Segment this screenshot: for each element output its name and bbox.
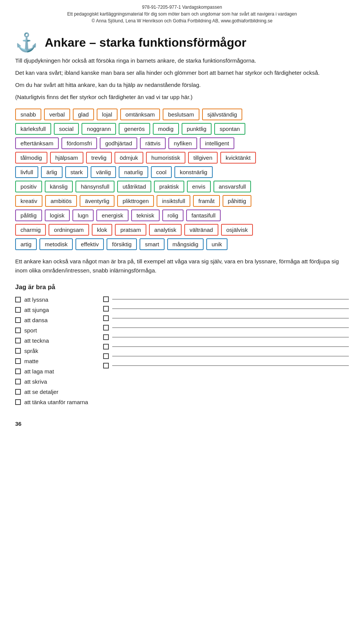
tag-item: intelligent: [200, 137, 234, 149]
top-header: 978-91-7205-977-1 Vardagskompassen Ett p…: [15, 0, 349, 27]
header-line1: 978-91-7205-977-1 Vardagskompassen: [15, 4, 349, 11]
tag-item: cool: [151, 166, 172, 178]
tag-item: kvicktänkt: [220, 152, 256, 164]
tag-item: hänsynsfull: [75, 181, 115, 192]
tags-row-2: eftertänksamfördomsfrigodhjärtadrättvisn…: [15, 137, 349, 149]
blank-line-item[interactable]: [103, 334, 349, 340]
blank-line-item[interactable]: [103, 353, 349, 359]
tag-item: fantasifull: [186, 209, 221, 221]
tag-item: försiktig: [107, 238, 137, 250]
checkbox-item[interactable]: att tänka utanför ramarna: [15, 399, 88, 405]
tag-item: utåtriktad: [117, 181, 151, 192]
checkbox[interactable]: [15, 297, 21, 302]
checkbox[interactable]: [15, 348, 21, 354]
checkbox[interactable]: [15, 317, 21, 323]
checkbox[interactable]: [103, 334, 109, 340]
checkbox-item[interactable]: sport: [15, 327, 88, 334]
checkbox[interactable]: [15, 379, 21, 384]
checkbox-item[interactable]: att laga mat: [15, 368, 88, 375]
checkbox-item[interactable]: att sjunga: [15, 307, 88, 313]
checkbox[interactable]: [103, 353, 109, 359]
tag-item: fördomsfri: [61, 137, 97, 149]
tags-row-9: artigmetodiskeffektivförsiktigsmartmångs…: [15, 238, 349, 250]
checkbox-item[interactable]: att teckna: [15, 337, 88, 344]
checkbox[interactable]: [103, 296, 109, 302]
checkbox-label: att se detaljer: [24, 389, 58, 395]
checkbox-item[interactable]: att lyssna: [15, 296, 88, 303]
blank-line-item[interactable]: [103, 363, 349, 368]
tag-item: livfull: [15, 166, 38, 178]
checkbox-item[interactable]: att skriva: [15, 378, 88, 385]
tag-item: påhittig: [223, 195, 251, 207]
tag-item: tålmodig: [15, 152, 47, 164]
tag-item: generös: [119, 123, 150, 135]
checkbox-label: matte: [24, 358, 39, 364]
tag-item: osjälvisk: [221, 224, 253, 236]
tag-item: modig: [153, 123, 179, 135]
jag-section: Jag är bra på att lyssnaatt sjungaatt da…: [15, 283, 349, 409]
tag-item: klok: [92, 224, 113, 236]
tag-item: framåt: [193, 195, 220, 207]
tag-item: analytisk: [149, 224, 182, 236]
checkbox[interactable]: [103, 363, 109, 368]
tag-item: ödmjuk: [115, 152, 143, 164]
checkbox-label: att skriva: [24, 378, 47, 385]
tag-item: ärlig: [41, 166, 62, 178]
tag-item: noggrann: [82, 123, 116, 135]
blank-line: [112, 346, 349, 347]
left-checkboxes: att lyssnaatt sjungaatt dansasportatt te…: [15, 296, 88, 409]
blank-line: [112, 299, 349, 299]
right-blank-lines: [103, 296, 349, 409]
tag-item: omtänksam: [120, 109, 160, 120]
tag-item: verbal: [44, 109, 70, 120]
tags-row-5: positivkänslighänsynsfullutåtriktadprakt…: [15, 181, 349, 192]
blank-line-item[interactable]: [103, 296, 349, 302]
tag-item: trevlig: [86, 152, 112, 164]
checkbox-label: att laga mat: [24, 368, 54, 375]
checkbox-item[interactable]: matte: [15, 358, 88, 364]
checkbox-item[interactable]: att dansa: [15, 317, 88, 323]
blank-line: [112, 356, 349, 356]
tag-item: tillgiven: [188, 152, 218, 164]
checkbox[interactable]: [15, 368, 21, 374]
blank-line-item[interactable]: [103, 344, 349, 350]
tag-item: teknisk: [131, 209, 160, 221]
tag-item: vältränad: [184, 224, 218, 236]
blank-line-item[interactable]: [103, 315, 349, 321]
checkbox[interactable]: [15, 358, 21, 364]
tag-item: glad: [73, 109, 94, 120]
intro-block: Till djupdykningen hör också att försöka…: [15, 56, 349, 102]
tag-item: godhjärtad: [100, 137, 137, 149]
tag-item: artig: [15, 238, 37, 250]
blank-line-item[interactable]: [103, 325, 349, 331]
checkbox[interactable]: [15, 328, 21, 333]
checkbox[interactable]: [103, 325, 109, 331]
checkbox[interactable]: [15, 389, 21, 395]
header-line3: © Anna Sjölund, Lena W Henrikson och Got…: [15, 17, 349, 24]
checkbox-item[interactable]: att se detaljer: [15, 389, 88, 395]
checkbox[interactable]: [103, 306, 109, 312]
tag-item: charmig: [15, 224, 46, 236]
blank-line: [112, 337, 349, 337]
tag-item: ordningsam: [49, 224, 89, 236]
tag-item: plikttrogen: [117, 195, 154, 207]
tag-item: hjälpsam: [50, 152, 83, 164]
checkbox-label: att dansa: [24, 317, 48, 323]
checkbox[interactable]: [15, 399, 21, 405]
anchor-icon: ⚓: [15, 33, 38, 52]
tags-row-7: pålitliglogisklugnenergisktekniskroligfa…: [15, 209, 349, 221]
checkbox-label: att tänka utanför ramarna: [24, 399, 88, 405]
tags-row-1: kärleksfullsocialnoggranngenerösmodigpun…: [15, 123, 349, 135]
checkbox[interactable]: [103, 344, 109, 350]
checkbox[interactable]: [15, 338, 21, 343]
tag-item: ambitiös: [45, 195, 77, 207]
tag-item: beslutsam: [163, 109, 199, 120]
checkbox-item[interactable]: språk: [15, 348, 88, 354]
blank-line-item[interactable]: [103, 306, 349, 312]
checkbox-label: att lyssna: [24, 296, 48, 303]
checkbox[interactable]: [103, 315, 109, 321]
tag-item: nyfiken: [168, 137, 197, 149]
checkbox[interactable]: [15, 307, 21, 313]
intro-p4: (Naturligtvis finns det fler styrkor och…: [15, 93, 349, 102]
tag-item: lugn: [72, 209, 94, 221]
